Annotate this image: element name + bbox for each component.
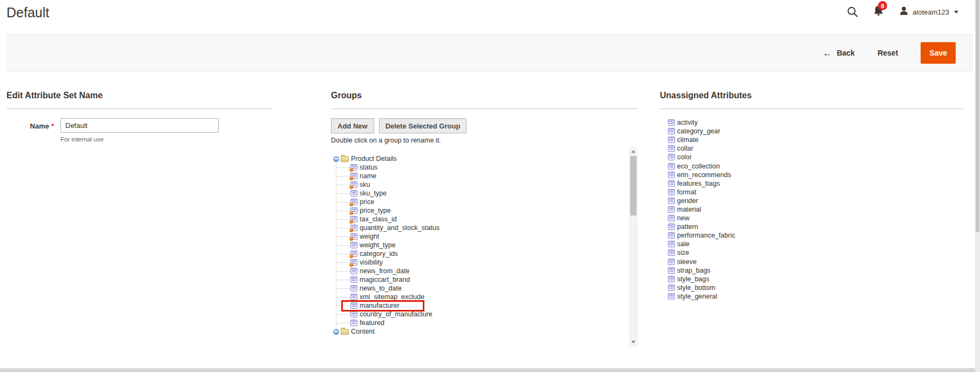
tree-attribute-row[interactable]: visibility bbox=[331, 258, 638, 267]
scroll-up-icon[interactable] bbox=[631, 150, 636, 153]
attribute-label: gender bbox=[677, 197, 698, 205]
tree-attribute-row[interactable]: news_to_date bbox=[331, 284, 638, 293]
unassigned-attribute-row[interactable]: category_gear bbox=[668, 127, 963, 136]
attribute-item[interactable]: sku bbox=[350, 181, 370, 188]
unassigned-attribute-row[interactable]: erin_recommends bbox=[668, 171, 963, 179]
attribute-item[interactable]: price_type bbox=[350, 207, 391, 214]
attribute-label: style_general bbox=[677, 293, 717, 300]
tree-attribute-row[interactable]: sku bbox=[331, 180, 638, 189]
tree-attribute-row[interactable]: xml_sitemap_exclude bbox=[331, 293, 638, 301]
tree-attribute-row[interactable]: price_type bbox=[331, 206, 638, 215]
tree-attribute-row[interactable]: country_of_manufacture bbox=[331, 310, 638, 319]
unassigned-attribute-row[interactable]: new bbox=[668, 214, 963, 222]
account-menu[interactable]: aloteam123 bbox=[898, 5, 958, 18]
attribute-set-name-input[interactable] bbox=[60, 118, 219, 133]
unassigned-attribute-row[interactable]: performance_fabric bbox=[668, 231, 963, 240]
attribute-item[interactable]: visibility bbox=[350, 259, 383, 266]
attribute-item[interactable]: news_from_date bbox=[350, 267, 409, 275]
unassigned-heading: Unassigned Attributes bbox=[660, 90, 963, 101]
header-actions: 8 aloteam123 bbox=[847, 4, 958, 19]
name-field-label: Name* bbox=[6, 118, 54, 143]
page-scrollbar[interactable] bbox=[975, 0, 980, 372]
tree-attribute-row[interactable]: quantity_and_stock_status bbox=[331, 224, 638, 232]
tree-attribute-row[interactable]: status bbox=[331, 163, 638, 172]
unassigned-attribute-row[interactable]: climate bbox=[668, 136, 963, 144]
scroll-down-icon[interactable] bbox=[631, 341, 636, 343]
attribute-item[interactable]: weight bbox=[350, 233, 379, 240]
tree-group-row[interactable]: Product Details bbox=[331, 154, 638, 163]
tree-attribute-row[interactable]: manufacturer bbox=[331, 301, 638, 310]
collapse-minus-icon[interactable] bbox=[333, 156, 339, 162]
attribute-icon bbox=[668, 180, 675, 187]
page-scrollbar-thumb[interactable] bbox=[976, 0, 979, 232]
unassigned-attribute-row[interactable]: style_bags bbox=[668, 275, 963, 283]
attribute-icon bbox=[668, 137, 675, 143]
attribute-item[interactable]: status bbox=[350, 164, 377, 171]
tree-attribute-row[interactable]: name bbox=[331, 172, 638, 180]
attribute-label: features_bags bbox=[677, 180, 720, 187]
attribute-item[interactable]: magiccart_brand bbox=[350, 276, 410, 283]
tree-attribute-row[interactable]: tax_class_id bbox=[331, 215, 638, 224]
unassigned-attribute-row[interactable]: style_bottom bbox=[668, 283, 963, 292]
attribute-item[interactable]: xml_sitemap_exclude bbox=[350, 293, 424, 301]
unassigned-attribute-row[interactable]: style_general bbox=[668, 292, 963, 301]
tree-attribute-row[interactable]: magiccart_brand bbox=[331, 275, 638, 284]
attribute-icon bbox=[668, 163, 675, 170]
notification-count-badge: 8 bbox=[878, 1, 887, 10]
attribute-required-icon bbox=[350, 173, 357, 179]
attribute-item[interactable]: sku_type bbox=[350, 190, 387, 197]
attribute-label: activity bbox=[677, 119, 698, 126]
tree-attribute-row[interactable]: sku_type bbox=[331, 189, 638, 198]
unassigned-attribute-row[interactable]: activity bbox=[668, 118, 963, 127]
unassigned-attribute-row[interactable]: collar bbox=[668, 144, 963, 153]
attribute-item[interactable]: featured bbox=[350, 319, 384, 327]
attribute-label: status bbox=[360, 164, 377, 171]
attribute-required-icon bbox=[350, 225, 357, 231]
add-new-group-button[interactable]: Add New bbox=[331, 118, 374, 133]
attribute-item[interactable]: quantity_and_stock_status bbox=[350, 224, 440, 232]
unassigned-attribute-row[interactable]: size bbox=[668, 248, 963, 257]
unassigned-attribute-row[interactable]: strap_bags bbox=[668, 266, 963, 275]
unassigned-attribute-row[interactable]: gender bbox=[668, 197, 963, 205]
unassigned-attribute-row[interactable]: sleeve bbox=[668, 258, 963, 266]
tree-attribute-row[interactable]: weight_type bbox=[331, 241, 638, 249]
tree-attribute-row[interactable]: weight bbox=[331, 232, 638, 241]
search-icon[interactable] bbox=[847, 6, 859, 18]
window-bottom-bar bbox=[0, 368, 980, 372]
unassigned-attribute-row[interactable]: format bbox=[668, 188, 963, 197]
attribute-item[interactable]: price bbox=[350, 198, 374, 206]
save-button[interactable]: Save bbox=[921, 42, 956, 64]
unassigned-attribute-row[interactable]: sale bbox=[668, 240, 963, 248]
attribute-item[interactable]: tax_class_id bbox=[350, 215, 397, 223]
delete-selected-group-button[interactable]: Delete Selected Group bbox=[379, 118, 467, 133]
attribute-label: climate bbox=[677, 136, 699, 144]
notifications-button[interactable]: 8 bbox=[873, 5, 884, 19]
tree-attribute-row[interactable]: news_from_date bbox=[331, 267, 638, 275]
tree-attribute-row[interactable]: category_ids bbox=[331, 249, 638, 258]
attribute-label: sku bbox=[360, 181, 370, 188]
collapse-minus-icon[interactable] bbox=[333, 329, 339, 335]
attribute-icon bbox=[668, 145, 675, 152]
tree-scrollbar[interactable] bbox=[629, 147, 638, 347]
attribute-item[interactable]: manufacturer bbox=[350, 302, 400, 309]
tree-group-row[interactable]: Content bbox=[331, 327, 638, 336]
attribute-label: category_ids bbox=[360, 250, 398, 258]
unassigned-attribute-row[interactable]: eco_collection bbox=[668, 161, 963, 170]
unassigned-attribute-row[interactable]: pattern bbox=[668, 222, 963, 231]
tree-attribute-row[interactable]: featured bbox=[331, 319, 638, 327]
attribute-label: magiccart_brand bbox=[360, 276, 410, 283]
attribute-item[interactable]: country_of_manufacture bbox=[350, 310, 432, 318]
attribute-item[interactable]: category_ids bbox=[350, 250, 398, 258]
attribute-item[interactable]: news_to_date bbox=[350, 285, 402, 292]
attribute-required-icon bbox=[350, 181, 357, 188]
attribute-item[interactable]: weight_type bbox=[350, 241, 396, 249]
tree-attribute-row[interactable]: price bbox=[331, 198, 638, 206]
reset-button[interactable]: Reset bbox=[877, 49, 898, 57]
attribute-item[interactable]: name bbox=[350, 172, 376, 180]
tree-scrollbar-thumb[interactable] bbox=[630, 156, 637, 215]
attribute-label: erin_recommends bbox=[677, 171, 731, 179]
unassigned-attribute-row[interactable]: material bbox=[668, 205, 963, 214]
unassigned-attribute-row[interactable]: color bbox=[668, 153, 963, 161]
unassigned-attribute-row[interactable]: features_bags bbox=[668, 179, 963, 188]
back-button[interactable]: ← Back bbox=[823, 49, 855, 58]
